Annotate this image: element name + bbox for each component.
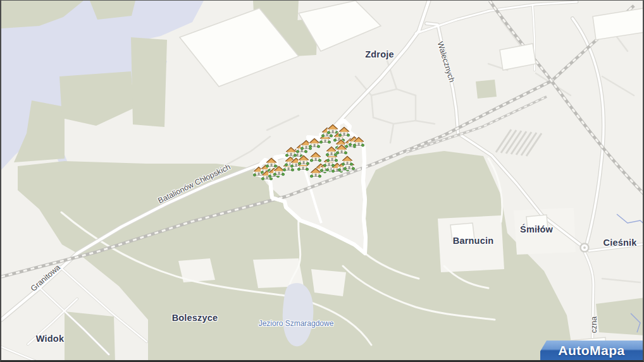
map-canvas[interactable]: ZdrojeWidokBoleszyceBarnucinŚmiłówCieśni… — [0, 0, 644, 362]
roundabout — [581, 244, 589, 252]
automapa-logo: AutoMapa — [540, 341, 643, 360]
place-label-zdroje: Zdroje — [365, 49, 394, 59]
place-label-widok: Widok — [36, 334, 64, 344]
automapa-logo-text: AutoMapa — [558, 343, 625, 358]
place-label-boleszyce: Boleszyce — [172, 313, 218, 323]
place-label-ciesnik: Cieśnik — [604, 238, 637, 248]
water-label-jezioro-szmaragdowe: Jezioro Szmaragdowe — [259, 319, 334, 328]
place-label-barnucin: Barnucin — [453, 236, 493, 246]
street-label-czna-partial: czna — [590, 317, 598, 333]
map-graphics — [1, 1, 644, 362]
place-label-smilow: Śmiłów — [520, 224, 553, 234]
